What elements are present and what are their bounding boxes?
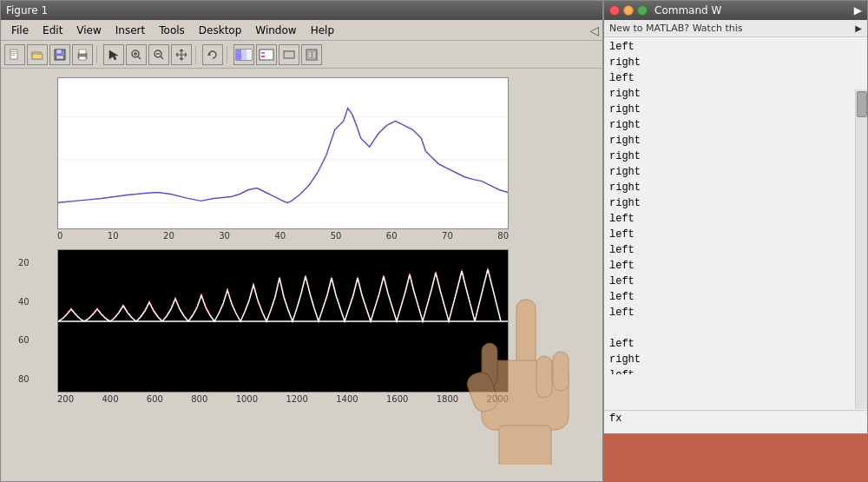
menu-desktop[interactable]: Desktop	[192, 23, 249, 38]
figure-titlebar: Figure 1	[1, 1, 602, 20]
toolbar-cursor[interactable]	[103, 44, 124, 65]
cmd-line: left	[609, 39, 862, 55]
cmd-line: left	[609, 211, 862, 227]
maximize-button[interactable]	[637, 5, 648, 16]
menu-help[interactable]: Help	[304, 23, 341, 38]
minimize-button[interactable]	[623, 5, 634, 16]
figure-menubar: File Edit View Insert Tools Desktop Wind…	[1, 20, 602, 41]
cmd-line: right	[609, 195, 862, 211]
cmd-info-bar: New to MATLAB? Watch this ▶	[604, 20, 867, 37]
cmd-line: left	[609, 227, 862, 242]
toolbar-hide[interactable]	[279, 44, 299, 65]
plot-area: 0.2 0.1 0 0 10 20 30	[1, 69, 602, 413]
svg-rect-1	[11, 51, 16, 52]
figure-toolbar	[1, 41, 602, 69]
toolbar-zoom-in[interactable]	[126, 44, 147, 65]
cmd-line: left	[609, 274, 862, 289]
svg-rect-31	[312, 51, 316, 58]
cmd-line: right	[609, 55, 862, 70]
menu-tools[interactable]: Tools	[152, 23, 192, 38]
menu-edit[interactable]: Edit	[36, 23, 69, 38]
top-plot-wrapper: 0.2 0.1 0 0 10 20 30	[14, 77, 589, 241]
svg-rect-2	[11, 53, 16, 54]
svg-rect-11	[79, 56, 86, 60]
svg-rect-24	[247, 50, 252, 60]
cmd-prompt-text: fx	[609, 413, 621, 425]
bottom-plot-x-axis: 200 400 600 800 1000 1200 1400 1600 1800…	[57, 394, 509, 404]
cmd-line: right	[609, 117, 862, 133]
svg-marker-12	[109, 50, 118, 60]
toolbar-sep1	[96, 46, 100, 63]
cmd-info-text: New to MATLAB? Watch this	[609, 23, 743, 34]
cmd-title: Command W	[654, 4, 721, 17]
svg-rect-30	[308, 51, 312, 58]
svg-rect-8	[56, 56, 63, 59]
toolbar-dock[interactable]	[301, 44, 322, 65]
svg-line-14	[138, 56, 141, 59]
cmd-close-btn[interactable]: ▶	[854, 4, 862, 17]
cmd-line: right	[609, 133, 862, 149]
cmd-prompt: fx	[604, 410, 867, 426]
top-plot-x-axis: 0 10 20 30 40 50 60 70 80	[57, 231, 509, 241]
toolbar-print[interactable]	[72, 44, 93, 65]
svg-line-18	[161, 56, 163, 59]
menu-insert[interactable]: Insert	[108, 23, 152, 38]
figure-window: Figure 1 File Edit View Insert Tools Des…	[0, 0, 603, 482]
cmd-line: left	[609, 289, 862, 305]
cmd-line: right	[609, 164, 862, 180]
cmd-line: left	[609, 367, 862, 374]
toolbar-pan[interactable]	[171, 44, 192, 65]
cmd-line: left	[609, 305, 862, 320]
svg-rect-28	[284, 51, 294, 58]
toolbar-insert-colorbar[interactable]	[233, 44, 254, 65]
svg-rect-7	[56, 50, 62, 54]
cmd-info-arrow: ▶	[855, 23, 862, 33]
bottom-plot-wrapper: 20 40 60 80 200 400	[14, 249, 589, 404]
top-plot	[57, 77, 509, 229]
cmd-line: right	[609, 86, 862, 102]
toolbar-rotate[interactable]	[202, 44, 223, 65]
menu-file[interactable]: File	[4, 23, 36, 38]
toolbar-open[interactable]	[27, 44, 48, 65]
menu-window[interactable]: Window	[248, 23, 303, 38]
toolbar-sep2	[195, 46, 199, 63]
cmd-line: left	[609, 336, 862, 352]
bottom-plot	[57, 249, 509, 393]
cmd-content: left right left right right right right …	[604, 37, 867, 374]
svg-rect-3	[11, 55, 15, 56]
toolbar-insert-legend[interactable]	[256, 44, 277, 65]
svg-rect-10	[79, 50, 86, 54]
cmd-line: right	[609, 149, 862, 164]
cmd-line: left	[609, 242, 862, 258]
close-button[interactable]	[609, 5, 620, 16]
scrollbar-thumb[interactable]	[857, 91, 867, 117]
figure-title: Figure 1	[6, 4, 48, 17]
cmd-titlebar: Command W ▶	[604, 1, 867, 20]
toolbar-zoom-out[interactable]	[148, 44, 169, 65]
cmd-line: left	[609, 258, 862, 274]
cmd-line: left	[609, 70, 862, 86]
toolbar-sep3	[227, 46, 230, 63]
svg-rect-25	[260, 50, 273, 60]
cmd-titlebar-buttons	[609, 5, 648, 16]
scrollbar[interactable]	[855, 89, 867, 409]
menu-view[interactable]: View	[69, 23, 108, 38]
svg-rect-5	[32, 54, 43, 59]
toolbar-save[interactable]	[49, 44, 70, 65]
cmd-line: right	[609, 102, 862, 117]
command-window: Command W ▶ New to MATLAB? Watch this ▶ …	[603, 0, 868, 434]
cmd-line: right	[609, 180, 862, 195]
close-hint: ◁	[589, 23, 599, 37]
cmd-line	[609, 320, 862, 336]
bottom-plot-y-axis: 20 40 60 80	[18, 258, 30, 384]
cmd-line: right	[609, 352, 862, 367]
svg-rect-0	[10, 50, 17, 59]
svg-rect-22	[236, 50, 241, 60]
toolbar-new[interactable]	[4, 44, 25, 65]
svg-rect-23	[241, 50, 247, 60]
